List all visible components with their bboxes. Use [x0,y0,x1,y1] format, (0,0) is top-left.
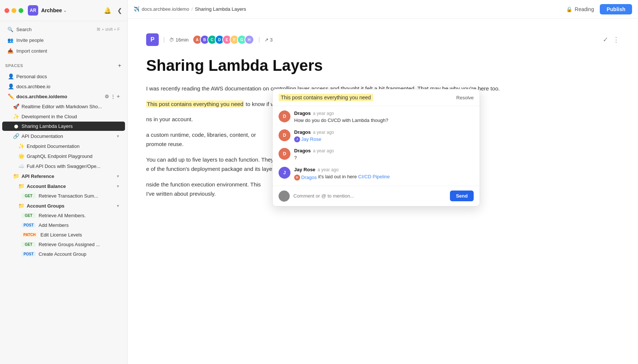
doc-avatars: A B C D E F G H [195,35,254,44]
sidebar-item-realtime[interactable]: 🚀 Realtime Editor with Markdown Sho... [2,102,125,111]
sidebar-item-add-members[interactable]: POST Add Members [2,221,125,230]
add-space-button[interactable]: + [117,62,122,70]
add-icon[interactable]: + [117,93,120,99]
sidebar-item-retrieve-all[interactable]: GET Retrieve All Members. [2,211,125,220]
mention-jayrose-link[interactable]: Jay Rose [301,136,321,143]
app-name[interactable]: Archbee ⌄ [41,7,66,13]
traffic-light-red[interactable] [4,8,9,13]
lock-icon: 🔒 [566,6,572,12]
collapse-sidebar-button[interactable]: ❮ [116,6,123,15]
sidebar-item-account-balance[interactable]: 📁 Account Balance ▼ [2,181,125,191]
import-content-action[interactable]: 📥 Import content [5,46,122,56]
dot-icon: ⬤ [13,124,19,128]
doc-initial-badge: P [146,33,159,46]
comment-text-4: D Dragos it's laid out in here CI/CD Pip… [294,173,474,181]
sidebar-item-archbee[interactable]: 👤 docs.archbee.io [2,82,125,91]
sidebar-item-retrieve-groups[interactable]: GET Retrieve Groups Assigned ... [2,240,125,249]
comment-author-line-2: Dragos a year ago [294,129,474,135]
person-icon-2: 👤 [7,83,14,89]
traffic-light-green[interactable] [19,8,23,13]
mention-avatar-dragos: D [294,175,300,181]
more-options-button[interactable]: ⋮ [613,36,619,44]
spaces-header: SPACES + [0,59,127,71]
sidebar-item-devcloud[interactable]: ✨ Development in the Cloud [2,112,125,121]
patch-badge: PATCH [22,232,37,237]
resolve-button[interactable]: Resolve [456,95,474,100]
highlighted-text[interactable]: This post contains everything you need [146,100,244,107]
sidebar-item-graphql[interactable]: 🌟 GraphQL Endpoint Playground [2,151,125,161]
notifications-button[interactable]: 🔔 [103,6,112,15]
comment-time-1: a year ago [313,111,334,116]
folder-icon: 📁 [13,173,19,179]
invite-icon: 👥 [7,37,13,43]
comment-input[interactable] [293,193,446,199]
send-comment-button[interactable]: Send [450,191,474,201]
clock-icon: ⏱ [169,37,174,43]
meta-right: ✓ ⋮ [603,36,619,44]
doc-refs: ↗ 3 [264,37,273,43]
sidebar-top-icons: 🔔 ❮ [103,6,123,15]
comment-author-line-3: Dragos a year ago [294,148,474,153]
person-icon: 👤 [7,73,14,79]
main-area: ✈️ docs.archbee.io/demo / Sharing Lambda… [128,0,638,364]
sidebar-item-sharing-lambda[interactable]: ⬤ Sharing Lambda Layers [2,122,125,131]
comment-author-2: Dragos [294,129,311,135]
sidebar-item-apidoc[interactable]: 🔗 API Documentation ▼ [2,131,125,141]
comment-author-3: Dragos [294,148,311,153]
sidebar-nav: 👤 Personal docs 👤 docs.archbee.io ✏️ doc… [0,71,127,364]
cloud-icon: ☁️ [18,163,24,169]
mention-dragos-link[interactable]: Dragos [301,174,317,181]
meta-divider-2: | [259,36,260,43]
sidebar-topbar: AR Archbee ⌄ 🔔 ❮ [0,0,127,21]
comment-body-3: Dragos a year ago ? [294,148,474,162]
comment-item-4: J Jay Rose a year ago D Dragos it's laid… [279,167,474,181]
refs-icon: ↗ [264,37,269,43]
doc-meta-bar: P | ⏱ 16min A B C D E F G H | ↗ 3 [146,33,619,46]
comment-author-1: Dragos [294,110,311,116]
settings-icon[interactable]: ⚙ [105,94,109,99]
sidebar-item-account-groups[interactable]: 📁 Account Groups ▼ [2,201,125,211]
publish-button[interactable]: Publish [600,4,632,14]
comment-author-line-1: Dragos a year ago [294,110,474,116]
chevron-down-icon-2: ▼ [116,174,120,178]
comment-author-4: Jay Rose [294,167,315,172]
comment-item-3: D Dragos a year ago ? [279,148,474,162]
doc-read-time: ⏱ 16min [169,37,188,43]
get-badge: GET [22,193,36,198]
app-name-chevron-icon: ⌄ [63,9,66,13]
sidebar-item-create-group[interactable]: POST Create Account Group [2,249,125,259]
sidebar-item-personal-docs[interactable]: 👤 Personal docs [2,72,125,81]
search-icon: 🔍 [7,27,13,32]
api-icon: 🔗 [13,133,19,139]
sidebar-item-swagger[interactable]: ☁️ Full API Docs with Swagger/Ope... [2,161,125,171]
sidebar-item-endpoint[interactable]: ✨ Endpoint Documentation [2,141,125,151]
import-icon: 📥 [7,48,13,54]
cicd-pipeline-link[interactable]: CI/CD Pipeline [358,174,390,179]
graphql-icon: 🌟 [18,153,24,159]
invite-people-action[interactable]: 👥 Invite people [5,36,122,45]
traffic-light-yellow[interactable] [11,8,16,13]
sidebar-item-demo[interactable]: ✏️ docs.archbee.io/demo ⚙ ⋮ + [2,92,125,101]
get-badge-2: GET [22,213,36,218]
get-badge-3: GET [22,242,36,247]
sidebar-item-retrieve-transaction[interactable]: GET Retrieve Transaction Sum... [2,191,125,201]
chevron-down-icon: ▼ [116,134,120,138]
comment-body-4: Jay Rose a year ago D Dragos it's laid o… [294,167,474,181]
comment-text-2: J Jay Rose [294,136,321,143]
star-icon: ✨ [13,113,19,119]
more-icon[interactable]: ⋮ [111,94,115,99]
sidebar-item-apiref[interactable]: 📁 API Reference ▼ [2,171,125,181]
comment-body-2: Dragos a year ago J Jay Rose [294,129,474,143]
check-circle-button[interactable]: ✓ [603,36,608,44]
chevron-down-icon-4: ▼ [116,204,120,208]
reading-button[interactable]: 🔒 Reading [560,4,600,14]
post-badge-2: POST [22,252,36,257]
search-action[interactable]: 🔍 Search ⌘ + shift + F [5,25,122,34]
comment-body-1: Dragos a year ago How do you do CI/CD wi… [294,110,474,124]
comment-avatar-4: J [279,167,290,179]
traffic-lights [4,8,23,13]
comment-avatar-2: D [279,129,290,141]
sidebar-item-edit-license[interactable]: PATCH Edit License Levels [2,230,125,239]
comment-item-1: D Dragos a year ago How do you do CI/CD … [279,110,474,124]
comment-list: D Dragos a year ago How do you do CI/CD … [273,106,480,186]
